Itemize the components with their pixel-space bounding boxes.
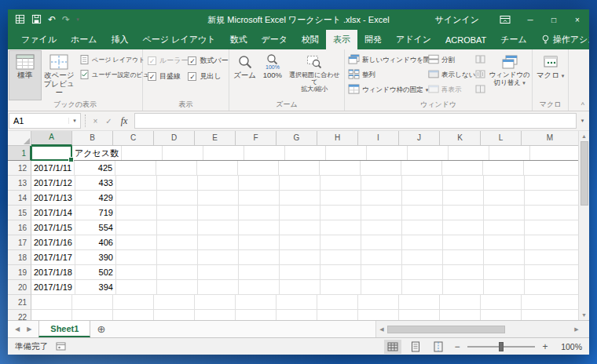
cell-L18[interactable] (484, 250, 525, 265)
column-header-M[interactable]: M (522, 131, 578, 146)
cell-K1[interactable] (449, 146, 489, 160)
cell-L12[interactable] (483, 161, 524, 176)
new-sheet-icon[interactable]: ⊕ (90, 321, 112, 337)
cell-G18[interactable] (280, 250, 320, 265)
ribbon-tab-data[interactable]: データ (254, 30, 295, 49)
cell-K18[interactable] (443, 250, 484, 265)
cell-B22[interactable] (72, 310, 113, 320)
cell-H13[interactable] (320, 176, 361, 191)
row-header-14[interactable]: 14 (8, 191, 31, 206)
scroll-up-icon[interactable]: ▲ (581, 131, 587, 141)
cell-M15[interactable] (525, 206, 578, 220)
zoom-button[interactable]: ズーム (231, 51, 258, 100)
cell-D22[interactable] (154, 310, 195, 320)
cell-G21[interactable] (277, 295, 317, 310)
cell-B1[interactable]: アクセス数 (72, 146, 122, 160)
row-header-13[interactable]: 13 (8, 176, 31, 191)
cell-I21[interactable] (358, 295, 399, 310)
cell-K22[interactable] (440, 310, 481, 320)
cell-F16[interactable] (239, 220, 280, 235)
cell-E14[interactable] (198, 191, 239, 206)
cell-E19[interactable] (198, 265, 239, 280)
cell-M18[interactable] (525, 250, 578, 265)
zoom-slider[interactable] (467, 346, 535, 348)
cell-C19[interactable] (116, 265, 157, 280)
page-layout-button[interactable]: ページ レイアウト (78, 53, 141, 67)
ribbon-tab-review[interactable]: 校閲 (295, 30, 326, 49)
cell-B14[interactable]: 429 (75, 191, 116, 206)
zoom-out-button[interactable]: − (452, 341, 462, 352)
cell-I22[interactable] (358, 310, 399, 320)
cell-M1[interactable] (530, 146, 578, 160)
unhide-window-button[interactable]: 再表示 (427, 82, 474, 97)
cell-F20[interactable] (239, 280, 280, 295)
cell-L20[interactable] (484, 280, 525, 295)
cell-L22[interactable] (481, 310, 522, 320)
scroll-left-icon[interactable]: ◀ (376, 326, 387, 333)
cell-M16[interactable] (525, 220, 578, 235)
cell-A15[interactable]: 2017/1/14 (31, 206, 75, 220)
ribbon-tab-formulas[interactable]: 数式 (222, 30, 254, 49)
cell-B19[interactable]: 502 (75, 265, 116, 280)
cell-M13[interactable] (525, 176, 578, 191)
cell-L19[interactable] (484, 265, 525, 280)
row-header-20[interactable]: 20 (8, 280, 31, 295)
cell-B21[interactable] (72, 295, 113, 310)
cell-I16[interactable] (361, 220, 402, 235)
cell-K16[interactable] (443, 220, 484, 235)
redo-icon[interactable]: ↷ (62, 15, 70, 24)
cell-K12[interactable] (442, 161, 483, 176)
cell-I20[interactable] (361, 280, 402, 295)
cell-C18[interactable] (116, 250, 157, 265)
ribbon-tab-developer[interactable]: 開発 (357, 30, 389, 49)
cell-B16[interactable]: 554 (75, 220, 116, 235)
cell-F14[interactable] (239, 191, 280, 206)
cell-K14[interactable] (443, 191, 484, 206)
cell-L13[interactable] (484, 176, 525, 191)
name-box-caret-icon[interactable]: ▾ (68, 118, 80, 124)
cell-C15[interactable] (116, 206, 157, 220)
synchronous-scrolling-button[interactable] (474, 67, 489, 82)
zoom-level-label[interactable]: 100% (555, 342, 582, 351)
next-sheet-icon[interactable]: ▶ (27, 326, 31, 333)
switch-windows-button[interactable]: ウィンドウの切り替え ▾ (489, 51, 530, 100)
ribbon-tab-home[interactable]: ホーム (64, 30, 104, 49)
cell-C1[interactable] (122, 146, 163, 160)
row-header-17[interactable]: 17 (8, 235, 31, 250)
cell-M22[interactable] (522, 310, 578, 320)
cell-H20[interactable] (320, 280, 361, 295)
maximize-button[interactable]: □ (542, 9, 566, 30)
view-side-by-side-button[interactable] (474, 53, 489, 67)
cell-E16[interactable] (198, 220, 239, 235)
ribbon-tab-tell-me[interactable]: 操作アシスト (534, 30, 589, 49)
customize-quick-access-icon[interactable]: ▾ (76, 16, 79, 23)
cell-H1[interactable] (326, 146, 367, 160)
normal-view-shortcut[interactable] (384, 340, 401, 354)
cell-A12[interactable]: 2017/1/11 (31, 161, 75, 176)
cell-K15[interactable] (443, 206, 484, 220)
cell-F13[interactable] (239, 176, 280, 191)
ribbon-tab-add-ins[interactable]: アドイン (389, 30, 438, 49)
cell-E22[interactable] (195, 310, 236, 320)
page-layout-shortcut[interactable] (407, 340, 424, 354)
ribbon-display-options-icon[interactable] (492, 9, 518, 30)
cell-H21[interactable] (317, 295, 358, 310)
cell-C12[interactable] (115, 161, 156, 176)
cell-G14[interactable] (280, 191, 320, 206)
cell-C14[interactable] (116, 191, 157, 206)
cell-J16[interactable] (402, 220, 443, 235)
cell-J19[interactable] (402, 265, 443, 280)
ribbon-tab-view[interactable]: 表示 (326, 30, 357, 49)
cell-L17[interactable] (484, 235, 525, 250)
cell-B12[interactable]: 425 (75, 161, 115, 176)
cell-D14[interactable] (157, 191, 198, 206)
vertical-scrollbar[interactable]: ▲ ▼ (578, 131, 589, 320)
cell-C16[interactable] (116, 220, 157, 235)
cell-A20[interactable]: 2017/1/19 (31, 280, 75, 295)
ribbon-tab-acrobat[interactable]: ACROBAT (438, 30, 493, 49)
collapse-ribbon-icon[interactable]: ^ (581, 101, 584, 109)
cell-G17[interactable] (280, 235, 320, 250)
column-header-I[interactable]: I (358, 131, 399, 146)
cell-J22[interactable] (399, 310, 440, 320)
ribbon-tab-page-layout[interactable]: ページ レイアウト (136, 30, 223, 49)
